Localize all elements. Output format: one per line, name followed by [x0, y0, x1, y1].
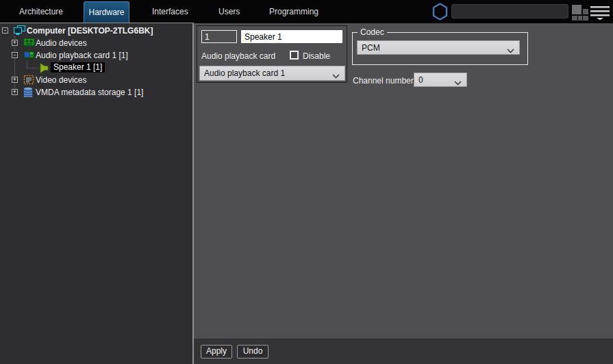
playback-card-icon	[23, 50, 35, 62]
codec-legend: Codec	[358, 27, 387, 37]
expander-minus[interactable]: -	[2, 27, 8, 34]
top-tab-bar: Architecture Hardware Interfaces Users P…	[0, 0, 613, 23]
channel-number-label: Channel number	[353, 76, 414, 86]
chevron-down-icon	[507, 46, 514, 55]
codec-select[interactable]: PCM	[357, 40, 520, 55]
audio-playback-card-select-value: Audio playback card 1	[204, 68, 285, 78]
audio-card-icon	[23, 38, 35, 49]
action-bar: Apply Undo	[194, 339, 613, 364]
expander-plus[interactable]: +	[12, 89, 18, 95]
chevron-down-icon	[332, 71, 340, 81]
chevron-down-icon	[454, 78, 462, 88]
device-tree-panel: - Computer [DESKTOP-2TLG6BK] +	[0, 23, 192, 364]
menu-icon[interactable]	[590, 5, 610, 23]
disable-checkbox[interactable]	[290, 51, 299, 60]
tree-row-audio-playback-card[interactable]: - Audio playback card 1 [1]	[0, 49, 192, 62]
tree-label: Computer [DESKTOP-2TLG6BK]	[27, 26, 153, 36]
channel-number-select-value: 0	[418, 75, 423, 85]
tab-users[interactable]: Users	[218, 0, 240, 23]
tree-row-computer[interactable]: - Computer [DESKTOP-2TLG6BK]	[0, 25, 192, 37]
search-input[interactable]	[451, 4, 568, 18]
expander-minus[interactable]: -	[12, 52, 18, 58]
codec-select-value: PCM	[362, 43, 380, 53]
object-name-field[interactable]	[241, 30, 342, 43]
tree-row-audio-devices[interactable]: + Audio devices	[0, 37, 192, 49]
tree-label: VMDA metadata storage 1 [1]	[36, 88, 143, 97]
hexagon-logo-icon	[432, 3, 448, 23]
tree-label: Audio playback card 1 [1]	[36, 51, 128, 60]
disable-label: Disable	[303, 51, 330, 61]
object-id-field[interactable]	[201, 30, 237, 43]
audio-playback-card-label: Audio playback card	[201, 51, 275, 61]
codec-groupbox: Codec PCM	[352, 32, 528, 65]
tab-hardware[interactable]: Hardware	[84, 1, 129, 23]
audio-playback-card-select[interactable]: Audio playback card 1	[199, 66, 345, 81]
undo-button[interactable]: Undo	[237, 345, 268, 359]
tab-programming[interactable]: Programming	[269, 0, 318, 23]
object-identity-groupbox: Audio playback card Disable Audio playba…	[197, 25, 347, 83]
tree-row-video-devices[interactable]: + Video devices	[0, 74, 192, 86]
apply-button[interactable]: Apply	[201, 345, 232, 359]
expander-plus[interactable]: +	[12, 40, 18, 46]
computer-icon	[14, 25, 25, 38]
settings-panel: Audio playback card Disable Audio playba…	[194, 23, 613, 339]
tree-label-selected: Speaker 1 [1]	[51, 62, 105, 73]
channel-number-select[interactable]: 0	[414, 73, 467, 87]
tree-row-vmda-storage[interactable]: + VMDA metadata storage 1 [1]	[0, 86, 192, 99]
layout-grid-icon[interactable]	[572, 5, 589, 23]
database-icon	[23, 87, 33, 99]
app-window: Architecture Hardware Interfaces Users P…	[0, 0, 613, 364]
expander-plus[interactable]: +	[12, 77, 18, 83]
video-devices-icon	[23, 75, 34, 87]
tree-label: Video devices	[36, 75, 87, 85]
tab-interfaces[interactable]: Interfaces	[152, 0, 188, 23]
tree-row-speaker[interactable]: Speaker 1 [1]	[0, 62, 192, 74]
tab-architecture[interactable]: Architecture	[19, 0, 63, 23]
tree-label: Audio devices	[36, 38, 87, 48]
